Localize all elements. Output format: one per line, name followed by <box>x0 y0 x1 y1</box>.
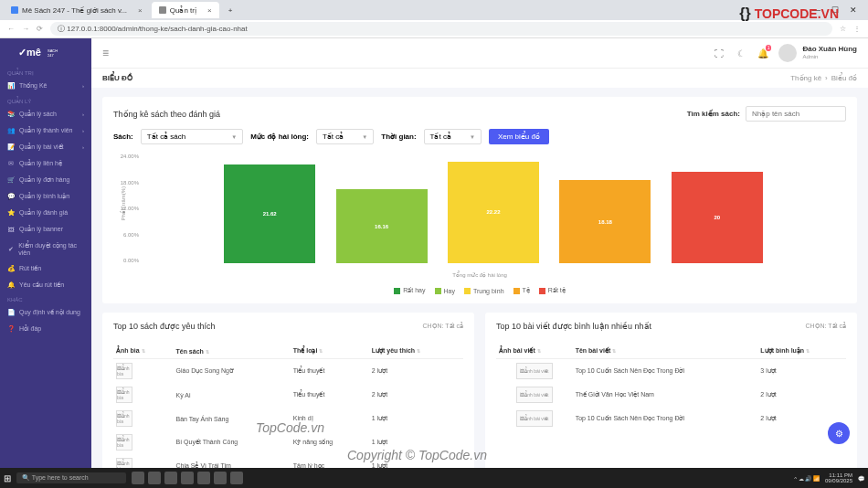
taskbar-icon[interactable] <box>148 472 161 484</box>
fab-settings[interactable]: ⚙ <box>828 422 850 444</box>
notifications-icon[interactable]: 💬 <box>858 475 864 482</box>
sidebar-item-label: Yêu cầu rút tiền <box>19 281 64 289</box>
table-header[interactable]: Lượt yêu thích⇅ <box>369 344 463 359</box>
table-row[interactable]: 🖼Ảnh bìaBàn Tay Ánh SángKinh dị1 lượt <box>113 407 463 430</box>
user-name: Đào Xuân Hùng <box>802 46 857 54</box>
chart-bar[interactable]: 22.22 <box>448 162 539 263</box>
sidebar-item[interactable]: 👥Quản lý thành viên› <box>0 122 91 139</box>
top-posts-card: Top 10 bài viết được bình luận nhiều nhấ… <box>485 313 857 488</box>
table-header[interactable]: Ảnh bìa⇅ <box>113 344 173 359</box>
menu-icon: 📝 <box>7 143 15 151</box>
sidebar-item-label: Quản lý đơn hàng <box>19 176 69 184</box>
back-icon[interactable]: ← <box>7 25 15 33</box>
table-header[interactable]: Ảnh bài viết⇅ <box>496 344 573 359</box>
sidebar-item[interactable]: ❓Hỏi đáp <box>0 321 91 337</box>
taskbar-icon[interactable] <box>164 472 177 484</box>
legend-item[interactable]: Rất tệ <box>539 287 566 294</box>
sidebar-item-label: Rút tiền <box>19 265 41 272</box>
user-role: Admin <box>802 54 857 60</box>
taskbar-search[interactable]: 🔍 Type here to search <box>16 472 126 483</box>
table-row[interactable]: 🖼Ảnh bìaBí Quyết Thành CôngKỹ năng sống1… <box>113 430 463 454</box>
select-mucdo[interactable]: Tất cả▼ <box>316 129 374 144</box>
darkmode-icon[interactable]: ☾ <box>735 47 747 59</box>
chart: Phần trăm(%) 24.00%18.00%12.00%6.00%0.00… <box>113 154 846 281</box>
sidebar-item[interactable]: 🖼Quản lý banner <box>0 221 91 238</box>
legend-item[interactable]: Hay <box>435 287 455 294</box>
close-icon[interactable]: × <box>138 6 143 15</box>
legend-item[interactable]: Tệ <box>513 287 530 294</box>
table-row[interactable]: 🖼Ảnh bìaGiáo Dục Song NgữTiểu thuyết2 lư… <box>113 359 463 384</box>
filter-link[interactable]: CHỌN: Tất cả <box>422 323 463 330</box>
taskbar-icon[interactable] <box>181 472 194 484</box>
taskbar-icon[interactable] <box>214 472 227 484</box>
forward-icon[interactable]: → <box>22 25 29 33</box>
table-header[interactable]: Tên bài viết⇅ <box>573 344 758 359</box>
view-chart-button[interactable]: Xem biểu đồ <box>489 129 549 144</box>
table-header[interactable]: Lượt bình luận⇅ <box>757 344 846 359</box>
bell-icon[interactable]: 🔔1 <box>757 47 769 59</box>
menu-icon: ✉ <box>7 160 15 167</box>
table-header[interactable]: Tên sách⇅ <box>173 344 290 359</box>
fullscreen-icon[interactable]: ⛶ <box>713 47 725 59</box>
close-icon[interactable]: × <box>207 6 212 15</box>
start-button[interactable]: ⊞ <box>4 473 11 483</box>
table-row[interactable]: 🖼Ảnh bìaKỳ AiTiểu thuyết2 lượt <box>113 383 463 407</box>
user-menu[interactable]: Đào Xuân Hùng Admin <box>778 44 857 62</box>
taskbar-icon[interactable] <box>230 472 243 484</box>
reload-icon[interactable]: ⟳ <box>37 25 43 33</box>
sidebar-item[interactable]: 🛒Quản lý đơn hàng <box>0 172 91 188</box>
sidebar-item-label: Quản lý sách <box>19 111 57 118</box>
taskbar-icon[interactable] <box>197 472 210 484</box>
tray-icons[interactable]: ^ ☁ 🔊 📶 <box>794 475 820 482</box>
sidebar-item[interactable]: 💰Rút tiền <box>0 260 91 277</box>
new-tab-button[interactable]: + <box>221 2 240 18</box>
top-books-card: Top 10 sách được yêu thíchCHỌN: Tất cả Ả… <box>102 313 474 488</box>
avatar <box>778 44 797 62</box>
books-table: Ảnh bìa⇅Tên sách⇅Thể loại⇅Lượt yêu thích… <box>113 344 463 478</box>
book-thumb: 🖼Ảnh bìa <box>116 363 132 379</box>
taskbar-icon[interactable] <box>132 472 144 484</box>
sidebar-item[interactable]: 📊Thống Kê› <box>0 78 91 94</box>
sidebar-item-label: Quản lý thành viên <box>19 127 72 134</box>
crumb-link[interactable]: Thống kê <box>790 74 821 82</box>
browser-tab-1[interactable]: Quản trị× <box>152 2 219 18</box>
select-thoigian[interactable]: Tất cả▼ <box>424 129 482 144</box>
table-header[interactable]: Thể loại⇅ <box>291 344 369 359</box>
legend-item[interactable]: Rất hay <box>394 287 425 294</box>
table-row[interactable]: 🖼Ảnh bài viếtTop 10 Cuốn Sách Nên Đọc Tr… <box>496 359 846 384</box>
sidebar-item[interactable]: 💬Quản lý bình luận <box>0 188 91 205</box>
menu-icon[interactable]: ⋮ <box>853 25 861 33</box>
chevron-right-icon: › <box>82 111 84 117</box>
card-title: Top 10 sách được yêu thích <box>113 322 216 331</box>
url-field[interactable]: ⓘ 127.0.0.1:8000/admin/thong-ke/sach-dan… <box>50 22 832 36</box>
table-row[interactable]: 🖼Ảnh bài viếtTop 10 Cuốn Sách Nên Đọc Tr… <box>496 407 846 430</box>
close-window-icon[interactable]: ✕ <box>850 5 857 15</box>
x-axis-label: Tổng mức độ hài lòng <box>113 271 846 278</box>
hamburger-icon[interactable]: ≡ <box>102 47 109 59</box>
table-row[interactable]: 🖼Ảnh bài viếtThế Giới Văn Học Việt Nam2 … <box>496 383 846 407</box>
chart-bar[interactable]: 16.16 <box>336 189 428 263</box>
filter-link[interactable]: CHỌN: Tất cả <box>805 323 846 330</box>
sidebar-item[interactable]: 🔔Yêu cầu rút tiền <box>0 277 91 293</box>
select-sach[interactable]: Tất cả sách▼ <box>141 129 243 144</box>
chart-bar[interactable]: 21.62 <box>224 164 315 263</box>
book-thumb: 🖼Ảnh bìa <box>116 387 132 403</box>
browser-tab-0[interactable]: Mê Sách 247 - Thế giới sách v...× <box>4 2 150 18</box>
chart-bar[interactable]: 18.18 <box>559 180 651 263</box>
logo[interactable]: ✓mêSÁCH247 <box>0 38 91 66</box>
sidebar-item[interactable]: 📚Quản lý sách› <box>0 106 91 122</box>
watermark-topcode: {} TOPCODE.VN <box>739 5 839 22</box>
sidebar-item[interactable]: ✉Quản lý liên hệ <box>0 155 91 172</box>
chevron-down-icon: ▼ <box>470 134 475 140</box>
sidebar-item[interactable]: 📝Quản lý bài viết› <box>0 139 91 155</box>
chart-bar[interactable]: 20 <box>672 172 763 263</box>
star-icon[interactable]: ☆ <box>840 25 846 33</box>
book-thumb: 🖼Ảnh bìa <box>116 410 132 427</box>
search-input[interactable] <box>746 106 846 122</box>
crumb-current: Biểu đồ <box>831 74 857 82</box>
sidebar-item[interactable]: ⭐Quản lý đánh giá <box>0 205 91 221</box>
legend-item[interactable]: Trung bình <box>464 287 504 294</box>
sidebar-item[interactable]: ✔Kiểm duyệt cộng tác viên <box>0 238 91 260</box>
sidebar-item[interactable]: 📄Quy định về nội dung <box>0 304 91 321</box>
menu-icon: ✔ <box>7 246 14 253</box>
